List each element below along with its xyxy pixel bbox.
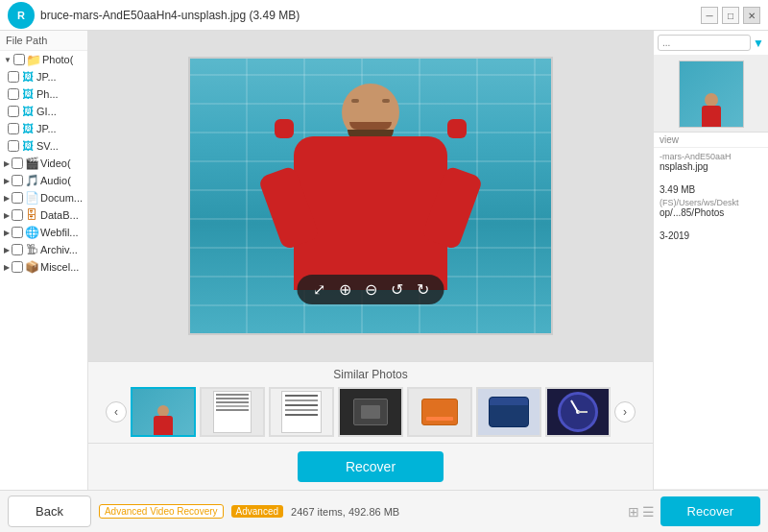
title-bar: R bruce-mars-AndE50aaHn4-unsplash.jpg (3…: [0, 0, 768, 31]
right-thumbnail: [679, 60, 744, 128]
chevron-right-icon: ▶: [4, 177, 10, 185]
thumbnail-7[interactable]: [545, 387, 611, 437]
sidebar-item-webfiles[interactable]: ▶ 🌐 Webfil...: [0, 224, 87, 241]
misc-icon: 📦: [25, 260, 38, 274]
sidebar-item-video[interactable]: ▶ 🎬 Video(: [0, 155, 87, 172]
jpg2-checkbox[interactable]: [8, 123, 19, 134]
window-title: bruce-mars-AndE50aaHn4-unsplash.jpg (3.4…: [40, 9, 701, 22]
database-icon: 🗄: [25, 208, 38, 222]
thumbnail-3[interactable]: [269, 387, 334, 437]
chevron-right-icon: ▶: [4, 194, 10, 203]
prev-similar-button[interactable]: ‹: [106, 401, 127, 423]
sidebar-item-svg[interactable]: 🖼 SV...: [0, 137, 87, 155]
svg-checkbox[interactable]: [8, 140, 19, 152]
sidebar-item-label: Miscel...: [40, 261, 79, 273]
file-name-row: -mars-AndE50aaH nsplash.jpg: [660, 152, 762, 172]
file-path-label: (FS)/Users/ws/Deskt: [660, 198, 762, 207]
chevron-right-icon: ▶: [4, 263, 10, 272]
sidebar-item-database[interactable]: ▶ 🗄 DataB...: [0, 206, 87, 224]
rotate-left-button[interactable]: ↺: [391, 280, 403, 299]
video-checkbox[interactable]: [12, 157, 23, 169]
database-checkbox[interactable]: [12, 209, 23, 221]
document-icon: 📄: [25, 191, 38, 205]
recover-button[interactable]: Recover: [660, 496, 760, 526]
gif-checkbox[interactable]: [8, 106, 19, 117]
documents-checkbox[interactable]: [12, 192, 23, 204]
similar-photos-strip: ‹: [127, 387, 614, 437]
sidebar-item-label: GI...: [36, 106, 57, 117]
sidebar-item-audio[interactable]: ▶ 🎵 Audio(: [0, 172, 87, 189]
thumbnail-6[interactable]: [476, 387, 541, 437]
app-logo: R: [8, 2, 35, 29]
restore-outer-button[interactable]: □: [722, 7, 739, 24]
zoom-out-button[interactable]: ⊖: [365, 280, 377, 299]
list-view-icon[interactable]: ☰: [642, 504, 655, 520]
file-path-row: (FS)/Users/ws/Deskt op/...85/Photos: [660, 198, 762, 218]
view-label: view: [654, 133, 768, 148]
thumbnail-1[interactable]: [131, 387, 196, 437]
jpg1-checkbox[interactable]: [8, 71, 19, 83]
grid-view-icon[interactable]: ⊞: [628, 504, 639, 520]
sidebar-item-archives[interactable]: ▶ 🗜 Archiv...: [0, 241, 87, 258]
image-icon: 🖼: [21, 105, 35, 118]
file-path-value: op/...85/Photos: [660, 207, 762, 218]
search-input[interactable]: [658, 35, 751, 51]
sidebar-item-jpg1[interactable]: 🖼 JP...: [0, 68, 87, 85]
right-search-bar: ▼: [654, 31, 768, 56]
sidebar-item-label: Ph...: [36, 88, 59, 100]
sidebar-item-label: Audio(: [40, 175, 71, 186]
thumbnail-4[interactable]: [338, 387, 403, 437]
recover-center-section: Recover: [88, 443, 653, 490]
back-button[interactable]: Back: [8, 496, 91, 527]
rotate-right-button[interactable]: ↻: [417, 280, 429, 299]
thumbnail-2[interactable]: [200, 387, 265, 437]
archive-icon: 🗜: [25, 243, 38, 256]
collapse-button[interactable]: ⤢: [313, 280, 325, 299]
person-head: [342, 84, 399, 141]
audio-checkbox[interactable]: [12, 175, 23, 186]
png-checkbox[interactable]: [8, 88, 19, 100]
minimize-outer-button[interactable]: ─: [701, 7, 718, 24]
file-name-label: -mars-AndE50aaH: [660, 152, 762, 161]
thumbnails-row: [131, 387, 611, 437]
right-file-info: -mars-AndE50aaH nsplash.jpg 3.49 MB (FS)…: [654, 148, 768, 490]
sidebar: File Path ▼ 📁 Photo( 🖼 JP... 🖼 Ph... 🖼 G…: [0, 31, 88, 490]
image-icon: 🖼: [21, 122, 35, 135]
sidebar-item-png[interactable]: 🖼 Ph...: [0, 85, 87, 103]
file-date-value: 3-2019: [660, 230, 762, 241]
sidebar-item-label: JP...: [36, 71, 57, 83]
bottom-status: Advanced Video Recovery Advanced 2467 it…: [99, 504, 620, 519]
person-body: [294, 136, 447, 290]
thumbnail-5[interactable]: [407, 387, 472, 437]
misc-checkbox[interactable]: [12, 261, 23, 273]
left-arm: [257, 165, 320, 251]
file-name-value: nsplash.jpg: [660, 161, 762, 172]
image-icon: 🖼: [21, 139, 35, 153]
recover-center-button[interactable]: Recover: [298, 451, 444, 482]
sidebar-item-label: Photo(: [42, 54, 73, 65]
filter-icon[interactable]: ▼: [753, 36, 764, 50]
sidebar-item-documents[interactable]: ▶ 📄 Docum...: [0, 189, 87, 206]
photos-checkbox[interactable]: [13, 54, 25, 65]
right-thumb-body: [702, 106, 721, 127]
similar-photos-title: Similar Photos: [127, 368, 614, 381]
sidebar-item-label: Webfil...: [40, 227, 79, 238]
thumb-bg-2: [202, 389, 263, 435]
sidebar-item-jpg2[interactable]: 🖼 JP...: [0, 120, 87, 137]
archives-checkbox[interactable]: [12, 244, 23, 255]
next-similar-button[interactable]: ›: [614, 401, 636, 423]
close-outer-button[interactable]: ✕: [743, 7, 760, 24]
sidebar-item-label: Archiv...: [40, 244, 78, 255]
sidebar-item-photos[interactable]: ▼ 📁 Photo(: [0, 51, 87, 68]
thumb-bg-4: [340, 389, 401, 435]
bottom-right-controls: ⊞ ☰ Recover: [628, 496, 760, 526]
center-area: ⤢ ⊕ ⊖ ↺ ↻ Simil: [88, 31, 653, 490]
sidebar-item-gif[interactable]: 🖼 GI...: [0, 103, 87, 120]
sidebar-item-label: JP...: [36, 123, 57, 134]
thumb-bg-5: [409, 389, 470, 435]
sidebar-item-miscellaneous[interactable]: ▶ 📦 Miscel...: [0, 258, 87, 276]
advanced-video-tag: Advanced Video Recovery: [99, 504, 224, 519]
webfiles-checkbox[interactable]: [12, 227, 23, 238]
zoom-in-button[interactable]: ⊕: [339, 280, 351, 299]
right-thumb-person: [702, 93, 721, 127]
